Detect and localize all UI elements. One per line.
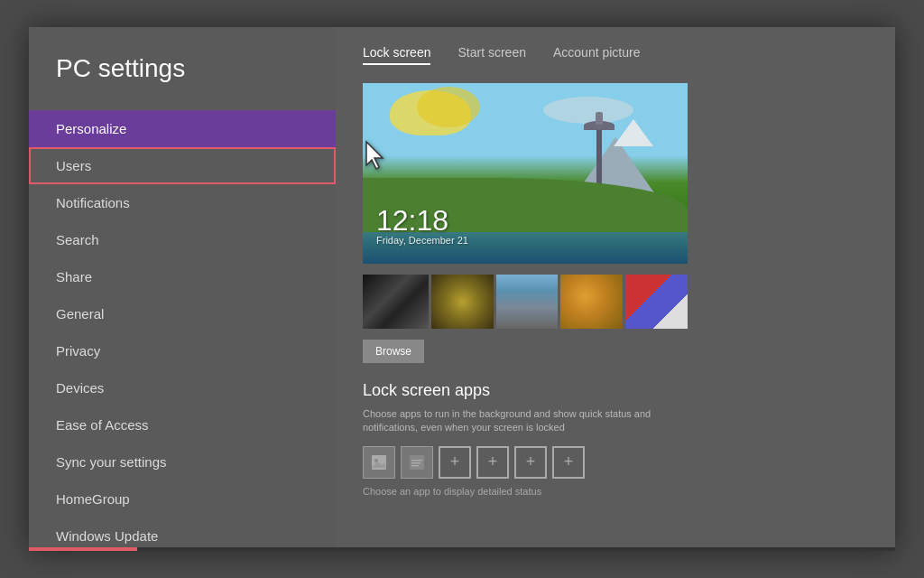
svg-rect-6 (411, 465, 419, 467)
sidebar-item-sync-your-settings[interactable]: Sync your settings (29, 443, 336, 480)
sidebar-item-share[interactable]: Share (29, 258, 336, 295)
preview-background: 12:18 Friday, December 21 (363, 83, 688, 264)
sidebar-item-devices[interactable]: Devices (29, 369, 336, 406)
date-display: Friday, December 21 (376, 235, 468, 246)
sidebar-item-users[interactable]: Users (29, 147, 336, 184)
app-icon-add-2[interactable]: + (476, 446, 509, 479)
app-icon-1[interactable] (363, 446, 395, 479)
app-icon-2[interactable] (401, 446, 433, 479)
app-icon-2-image (408, 453, 426, 471)
sidebar: PC settings Personalize Users Notificati… (29, 27, 336, 551)
thumbnail-spiral[interactable] (431, 275, 494, 329)
app-title: PC settings (29, 45, 336, 110)
cloud-yellow2 (417, 87, 480, 127)
bottom-bar-progress (29, 547, 137, 551)
app-icon-add-4[interactable]: + (552, 446, 585, 479)
thumbnail-honeycomb[interactable] (560, 275, 623, 329)
main-content: Lock screen Start screen Account picture (336, 27, 895, 551)
lock-screen-apps-description: Choose apps to run in the background and… (363, 407, 670, 435)
sidebar-item-personalize[interactable]: Personalize (29, 110, 336, 147)
tab-lock-screen[interactable]: Lock screen (363, 45, 430, 65)
mountain-snow (614, 119, 653, 146)
time-display: 12:18 (376, 206, 468, 235)
bottom-bar (29, 547, 895, 551)
app-icon-1-image (370, 453, 388, 471)
choose-app-text: Choose an app to display detailed status (363, 486, 868, 497)
lock-screen-preview: 12:18 Friday, December 21 (363, 83, 688, 264)
thumbnail-piano[interactable] (363, 275, 429, 329)
space-needle-spire (596, 112, 603, 125)
app-icon-add-1[interactable]: + (439, 446, 471, 479)
thumbnail-building[interactable] (496, 275, 559, 329)
svg-rect-4 (411, 460, 422, 461)
tab-account-picture[interactable]: Account picture (553, 45, 641, 65)
pc-settings-window: PC settings Personalize Users Notificati… (29, 27, 895, 551)
svg-rect-5 (411, 462, 420, 464)
sidebar-item-privacy[interactable]: Privacy (29, 332, 336, 369)
sidebar-item-ease-of-access[interactable]: Ease of Access (29, 406, 336, 443)
thumbnail-abstract[interactable] (625, 275, 688, 329)
sidebar-item-homegroup[interactable]: HomeGroup (29, 480, 336, 517)
browse-button[interactable]: Browse (363, 340, 424, 363)
lock-screen-apps-title: Lock screen apps (363, 381, 868, 400)
thumbnail-strip (363, 275, 688, 329)
tabs-bar: Lock screen Start screen Account picture (363, 45, 868, 65)
sidebar-item-search[interactable]: Search (29, 221, 336, 258)
tab-start-screen[interactable]: Start screen (457, 45, 525, 65)
app-icon-add-3[interactable]: + (514, 446, 547, 479)
time-overlay: 12:18 Friday, December 21 (376, 206, 468, 246)
sidebar-item-notifications[interactable]: Notifications (29, 184, 336, 221)
app-icons-row: + + + + (363, 446, 868, 479)
sidebar-item-general[interactable]: General (29, 295, 336, 332)
